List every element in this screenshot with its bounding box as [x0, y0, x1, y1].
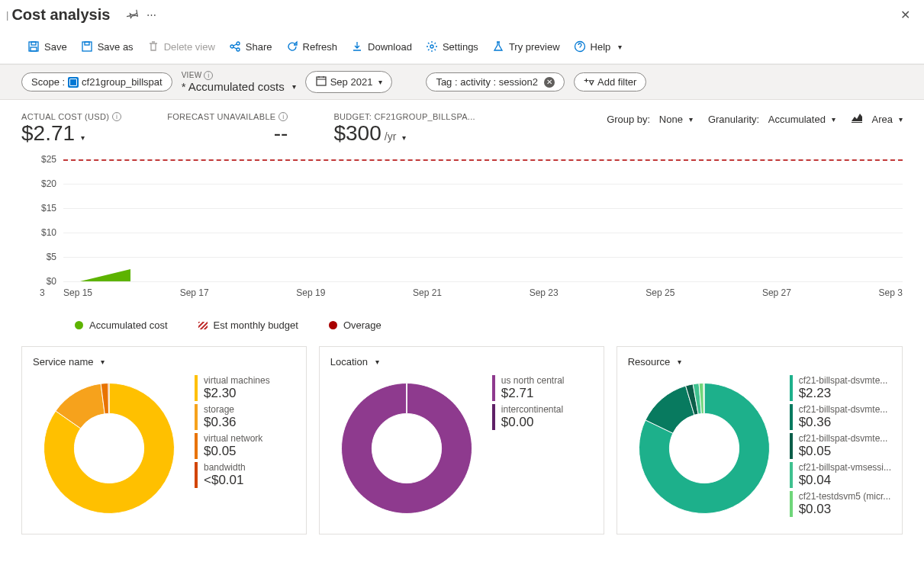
date-range-pill[interactable]: Sep 2021 ▾ — [305, 71, 393, 93]
help-button[interactable]: Help ▾ — [568, 37, 629, 56]
legend-item-name: bandwidth — [204, 462, 295, 473]
legend-label: Accumulated cost — [89, 319, 168, 331]
info-icon[interactable]: i — [278, 112, 288, 121]
filter-bar: Scope : cf21group_billspat VIEW i * Accu… — [0, 64, 924, 100]
share-button[interactable]: Share — [223, 37, 278, 56]
legend-item[interactable]: intercontinental$0.00 — [492, 404, 593, 430]
legend-item[interactable]: Accumulated cost — [75, 319, 168, 331]
legend-item-value: $2.23 — [799, 386, 891, 401]
legend-item-name: cf21-billspat-dsvmte... — [799, 433, 891, 444]
legend-item[interactable]: cf21-billspat-dsvmte...$0.05 — [790, 433, 891, 459]
accumulated-cost-chart[interactable]: $0$5$10$15$20$25 3 Sep 15Sep 17Sep 19Sep… — [21, 159, 903, 304]
kpi-actual-label: ACTUAL COST (USD) — [21, 112, 109, 121]
page-title: Cost analysis — [11, 6, 110, 24]
download-button[interactable]: Download — [345, 37, 418, 56]
donut-segment[interactable] — [703, 384, 704, 414]
legend-item[interactable]: storage$0.36 — [195, 404, 295, 430]
main-chart-area: $0$5$10$15$20$25 3 Sep 15Sep 17Sep 19Sep… — [0, 152, 924, 346]
svg-rect-2 — [31, 47, 37, 51]
scope-pill[interactable]: Scope : cf21group_billspat — [21, 72, 172, 91]
save-as-button[interactable]: Save as — [75, 37, 140, 56]
location-donut-chart[interactable] — [330, 372, 483, 525]
date-value: Sep 2021 — [330, 76, 373, 88]
settings-button[interactable]: Settings — [420, 37, 485, 56]
legend-item[interactable]: cf21-billspat-dsvmte...$2.23 — [790, 375, 891, 401]
chevron-down-icon: ▾ — [101, 358, 105, 366]
chevron-down-icon: ▾ — [375, 358, 379, 366]
x-tick: Sep 3 — [879, 287, 903, 298]
legend-item[interactable]: us north central$2.71 — [492, 375, 593, 401]
try-preview-button[interactable]: Try preview — [486, 37, 566, 56]
refresh-button[interactable]: Refresh — [280, 37, 344, 56]
chevron-down-icon[interactable]: ▾ — [81, 133, 85, 142]
kpi-actual-cost: ACTUAL COST (USD)i $2.71▾ — [21, 112, 121, 146]
info-icon[interactable]: i — [112, 112, 121, 121]
card-resource: Resource▾ cf21-billspat-dsvmte...$2.23cf… — [617, 346, 903, 534]
view-selector[interactable]: VIEW i * Accumulated costs ▾ — [182, 71, 296, 93]
share-icon — [229, 40, 241, 53]
legend-item-value: $0.05 — [204, 444, 295, 459]
legend-item[interactable]: cf21-billspat-dsvmte...$0.36 — [790, 404, 891, 430]
kpi-budget-value: $300 — [333, 121, 381, 146]
legend-item-name: virtual machines — [204, 375, 295, 386]
svg-rect-10 — [317, 77, 326, 85]
legend-item[interactable]: bandwidth<$0.01 — [195, 462, 295, 488]
save-button[interactable]: Save — [21, 37, 73, 56]
legend-item[interactable]: cf21-testdsvm5 (micr...$0.03 — [790, 491, 891, 517]
share-label: Share — [246, 41, 272, 53]
legend-item[interactable]: virtual machines$2.30 — [195, 375, 295, 401]
svg-rect-1 — [31, 42, 36, 45]
pin-icon[interactable] — [127, 8, 139, 22]
group-by-dropdown[interactable]: Group by: None ▾ — [607, 114, 693, 125]
settings-label: Settings — [443, 41, 478, 53]
chart-legend: Accumulated costEst monthly budgetOverag… — [21, 304, 903, 346]
service-legend: virtual machines$2.30storage$0.36virtual… — [195, 372, 295, 525]
card-title-dropdown[interactable]: Resource▾ — [628, 356, 682, 368]
chart-plot — [63, 159, 903, 281]
legend-item[interactable]: Overage — [329, 319, 382, 331]
scope-value: cf21group_billspat — [82, 76, 163, 88]
legend-item-name: cf21-billspat-vmsessi... — [799, 462, 891, 473]
service-donut-chart[interactable] — [33, 372, 185, 525]
kpi-budget-suffix: /yr — [385, 130, 397, 143]
gear-icon — [426, 40, 438, 53]
svg-point-7 — [237, 48, 240, 51]
legend-item[interactable]: cf21-billspat-vmsessi...$0.04 — [790, 462, 891, 488]
legend-item-name: storage — [204, 404, 295, 415]
add-filter-button[interactable]: ⁺▿ Add filter — [574, 72, 646, 91]
kpi-budget-label: BUDGET: CF21GROUP_BILLSPA... — [333, 112, 475, 121]
svg-point-5 — [230, 45, 233, 48]
resource-donut-chart[interactable] — [628, 372, 781, 525]
remove-filter-icon[interactable]: ✕ — [544, 77, 555, 88]
kpi-budget: BUDGET: CF21GROUP_BILLSPA... $300/yr▾ — [333, 112, 475, 146]
y-tick: $15 — [41, 203, 56, 213]
y-axis: $0$5$10$15$20$25 — [21, 159, 60, 281]
help-label: Help — [591, 41, 611, 53]
legend-label: Overage — [343, 319, 382, 331]
close-icon[interactable]: ✕ — [893, 5, 918, 25]
trash-icon — [147, 40, 159, 53]
svg-rect-3 — [82, 42, 92, 51]
delete-view-button: Delete view — [141, 37, 221, 56]
card-title-dropdown[interactable]: Location▾ — [330, 356, 379, 368]
chart-type-dropdown[interactable]: Area ▾ — [851, 112, 903, 127]
help-icon — [574, 40, 586, 53]
legend-swatch — [198, 322, 208, 329]
kpi-row: ACTUAL COST (USD)i $2.71▾ FORECAST UNAVA… — [0, 100, 924, 152]
donut-segment[interactable] — [108, 384, 109, 414]
chevron-down-icon: ▾ — [689, 115, 693, 124]
y-tick: $5 — [47, 252, 56, 262]
chevron-down-icon[interactable]: ▾ — [402, 133, 406, 142]
more-icon[interactable]: ⋯ — [146, 9, 156, 21]
y-tick: $20 — [41, 178, 56, 189]
tag-filter-pill[interactable]: Tag : activity : session2 ✕ — [426, 72, 565, 91]
legend-item[interactable]: Est monthly budget — [198, 319, 298, 331]
granularity-dropdown[interactable]: Granularity: Accumulated ▾ — [708, 114, 835, 125]
card-title-dropdown[interactable]: Service name▾ — [33, 356, 105, 368]
legend-item[interactable]: virtual network$0.05 — [195, 433, 295, 459]
svg-point-8 — [430, 45, 433, 48]
donut-segment[interactable] — [407, 384, 407, 414]
save-icon — [27, 40, 40, 53]
legend-item-name: intercontinental — [501, 404, 593, 415]
info-icon: i — [204, 71, 213, 80]
